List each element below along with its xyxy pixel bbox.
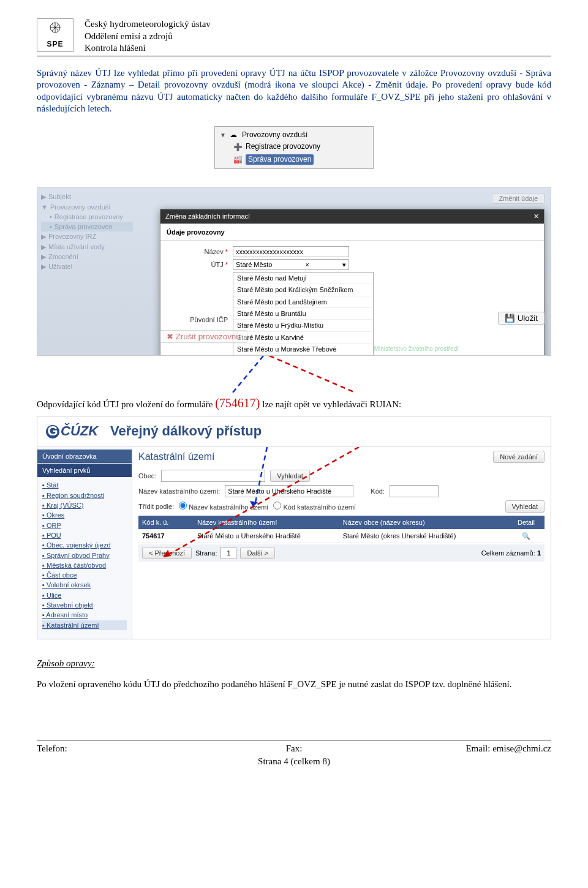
register-icon: ➕ bbox=[233, 143, 242, 151]
nku-input[interactable] bbox=[225, 485, 353, 497]
side-link[interactable]: Stát bbox=[42, 480, 127, 490]
side-link[interactable]: Katastrální území bbox=[42, 620, 127, 630]
footer-fax: Fax: bbox=[286, 743, 303, 753]
pager-page-input[interactable] bbox=[221, 547, 236, 559]
cuzk-screenshot: G ČÚZK Veřejný dálkový přístup Úvodní ob… bbox=[37, 416, 551, 639]
change-data-button[interactable]: Změnit údaje bbox=[492, 193, 545, 204]
correction-heading: Způsob opravy: bbox=[37, 658, 551, 670]
side-link[interactable]: POU bbox=[42, 530, 127, 540]
side-link[interactable]: Volební okrsek bbox=[42, 580, 127, 590]
vdp-title: Veřejný dálkový přístup bbox=[110, 423, 262, 440]
side-link[interactable]: Ulice bbox=[42, 590, 127, 600]
side-link[interactable]: Region soudržnosti bbox=[42, 491, 127, 500]
cancel-provozovna-button[interactable]: ✖ Zrušit provozovnu bbox=[160, 330, 247, 343]
utj-dropdown[interactable]: Staré Město nad Metují Staré Město pod K… bbox=[233, 272, 374, 356]
detail-icon[interactable]: 🔍 bbox=[508, 529, 545, 543]
page-number: Strana 4 (celkem 8) bbox=[37, 756, 551, 768]
footer-email: emise@chmi.cz bbox=[492, 743, 551, 753]
manage-icon: 🏭 bbox=[233, 155, 242, 164]
pager: < Předchozí Strana: Další > Celkem zázna… bbox=[138, 544, 545, 562]
name-input[interactable] bbox=[233, 246, 349, 257]
document-header: SPE Český hydrometeorologický ústav Oddě… bbox=[37, 18, 551, 56]
side-link[interactable]: Obec, vojenský újezd bbox=[42, 540, 127, 550]
pager-next[interactable]: Další > bbox=[240, 547, 275, 559]
menu-item-register[interactable]: Registrace provozovny bbox=[246, 142, 320, 152]
guide-arrows bbox=[37, 356, 551, 393]
side-link[interactable]: Kraj (VÚSC) bbox=[42, 500, 127, 510]
chevron-down-icon[interactable]: ▾ bbox=[342, 260, 346, 269]
utj-combobox[interactable]: Staré Město × ▾ bbox=[233, 259, 349, 270]
section-title: Údaje provozovny bbox=[160, 224, 544, 240]
side-link[interactable]: Adresní místo bbox=[42, 610, 127, 620]
pager-prev[interactable]: < Předchozí bbox=[142, 547, 192, 559]
sort-radio-code[interactable]: Kód katastrálního území bbox=[273, 502, 356, 511]
header-line-2: Oddělení emisí a zdrojů bbox=[85, 31, 211, 43]
cuzk-sidebar: Úvodní obrazovka Vyhledání prvků Stát Re… bbox=[37, 447, 132, 639]
cuzk-logo: G ČÚZK bbox=[46, 423, 98, 440]
final-paragraph: Po vložení opraveného kódu ÚTJ do předch… bbox=[37, 679, 551, 691]
menu-item-manage[interactable]: Správa provozoven bbox=[246, 154, 314, 165]
side-link[interactable]: Správní obvod Prahy bbox=[42, 551, 127, 560]
obec-input[interactable] bbox=[161, 470, 265, 482]
search-button[interactable]: Vyhledat bbox=[505, 500, 545, 513]
side-link[interactable]: ORP bbox=[42, 521, 127, 530]
result-code: 754617 bbox=[138, 529, 194, 543]
search-obec-button[interactable]: Vyhledat bbox=[270, 470, 309, 482]
save-button[interactable]: 💾 Uložit bbox=[498, 312, 545, 325]
ispop-modal-screenshot: ▶ Subjekt ▼ Provozovny ovzduší • Registr… bbox=[37, 187, 551, 356]
cloud-icon: ☁ bbox=[230, 130, 238, 139]
kod-input[interactable] bbox=[390, 485, 439, 497]
results-header: Kód k. ú. Název katastrálního území Náze… bbox=[138, 516, 545, 529]
tab-search[interactable]: Vyhledání prvků bbox=[37, 464, 132, 477]
side-link[interactable]: Část obce bbox=[42, 570, 127, 580]
header-line-3: Kontrola hlášení bbox=[85, 42, 211, 55]
main-heading: Katastrální území bbox=[138, 451, 545, 464]
svg-line-1 bbox=[233, 356, 263, 393]
menu-screenshot: ▼ ☁ Provozovny ovzduší ➕ Registrace prov… bbox=[214, 126, 374, 170]
svg-line-2 bbox=[270, 356, 355, 393]
clear-icon[interactable]: × bbox=[305, 260, 309, 269]
sort-radio-name[interactable]: Název katastrálního území bbox=[179, 502, 268, 511]
side-link[interactable]: Stavební objekt bbox=[42, 600, 127, 610]
utj-code: (754617) bbox=[215, 396, 260, 410]
modal-title: Změna základních informací bbox=[165, 212, 250, 220]
table-row: 754617 Staré Město u Uherského Hradiště … bbox=[138, 529, 545, 543]
menu-root-label: Provozovny ovzduší bbox=[242, 130, 307, 140]
intro-paragraph: Správný název ÚTJ lze vyhledat přímo při… bbox=[37, 67, 551, 115]
spe-logo: SPE bbox=[37, 18, 74, 52]
side-link[interactable]: Městská část/obvod bbox=[42, 560, 127, 570]
page-footer: Telefon: Fax: Email: emise@chmi.cz bbox=[37, 740, 551, 755]
close-icon[interactable]: ✕ bbox=[533, 212, 539, 220]
footer-tel: Telefon: bbox=[37, 743, 67, 755]
side-link[interactable]: Okres bbox=[42, 510, 127, 520]
header-line-1: Český hydrometeorologický ústav bbox=[85, 18, 211, 31]
tab-home[interactable]: Úvodní obrazovka bbox=[37, 450, 132, 463]
code-paragraph: Odpovídající kód ÚTJ pro vložení do form… bbox=[37, 395, 551, 411]
new-search-button[interactable]: Nové zadání bbox=[493, 451, 545, 463]
